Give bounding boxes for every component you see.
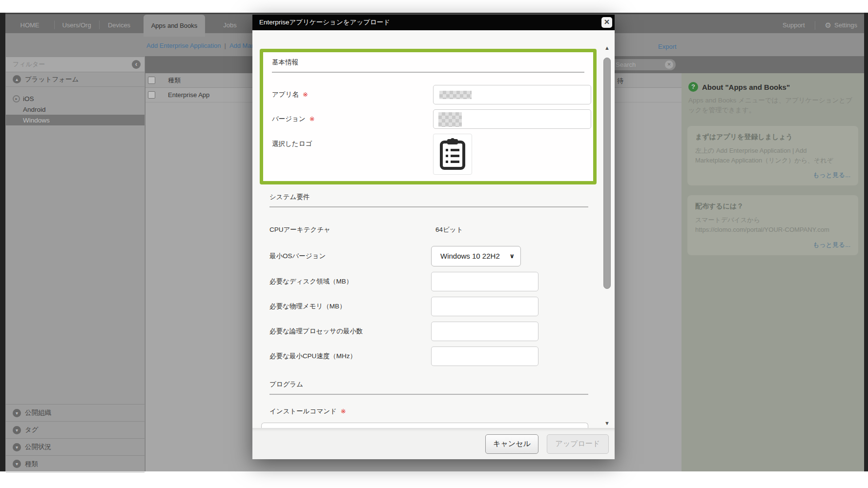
required-mark: ※ — [341, 407, 346, 415]
version-label: バージョン※ — [272, 115, 433, 123]
cpu-arch-row: CPUアーキテクチャ 64ビット — [269, 225, 588, 234]
scroll-up-icon[interactable]: ▲ — [603, 45, 611, 51]
section-rule — [269, 394, 588, 395]
modal-title: Enterpriseアプリケーションをアップロード — [259, 19, 390, 26]
min-os-select[interactable]: Windows 10 22H2 ∨ — [431, 246, 521, 266]
min-os-label: 最小OSバージョン — [269, 252, 431, 261]
memory-input[interactable] — [431, 297, 538, 316]
memory-row: 必要な物理メモリ（MB） — [269, 297, 588, 316]
modal-body: 基本情報 アプリ名※ バージョン※ 選択したロゴ — [252, 30, 615, 428]
version-input[interactable] — [433, 109, 591, 129]
logo-row: 選択したロゴ — [272, 134, 592, 175]
logical-proc-input[interactable] — [431, 322, 538, 341]
cpu-speed-label: 必要な最小CPU速度（MHz） — [269, 352, 431, 361]
app-name-row: アプリ名※ — [272, 85, 592, 104]
cpu-speed-row: 必要な最小CPU速度（MHz） — [269, 346, 588, 366]
system-requirements-heading: システム要件 — [269, 193, 588, 202]
modal-sections: システム要件 CPUアーキテクチャ 64ビット 最小OSバージョン Window… — [252, 184, 615, 416]
memory-label: 必要な物理メモリ（MB） — [269, 302, 431, 311]
selected-logo-preview — [433, 134, 472, 175]
install-command-textarea[interactable] — [261, 423, 588, 428]
upload-enterprise-app-modal: Enterpriseアプリケーションをアップロード × 基本情報 アプリ名※ バ… — [252, 15, 615, 459]
required-mark: ※ — [310, 115, 315, 122]
basic-info-heading: 基本情報 — [272, 58, 592, 67]
app-name-input[interactable] — [433, 85, 591, 104]
redacted-value — [438, 112, 462, 127]
section-rule — [269, 206, 588, 207]
modal-footer: キャンセル アップロード — [252, 428, 615, 459]
clipboard-icon — [439, 138, 466, 170]
cpu-arch-value: 64ビット — [435, 225, 463, 234]
basic-info-highlight-box: 基本情報 アプリ名※ バージョン※ 選択したロゴ — [260, 49, 597, 184]
install-command-row: インストールコマンド※ — [269, 407, 588, 416]
selected-logo-label: 選択したロゴ — [272, 140, 433, 148]
redacted-value — [439, 91, 472, 99]
section-rule — [272, 72, 584, 73]
label-text: インストールコマンド — [269, 407, 337, 415]
cancel-button[interactable]: キャンセル — [485, 434, 538, 454]
upload-button[interactable]: アップロード — [547, 434, 609, 454]
min-os-selected-value: Windows 10 22H2 — [440, 252, 500, 260]
min-os-row: 最小OSバージョン Windows 10 22H2 ∨ — [269, 246, 588, 266]
chevron-down-icon: ∨ — [509, 246, 515, 266]
scrollbar-thumb[interactable] — [603, 58, 611, 289]
label-text: バージョン — [272, 115, 306, 122]
logical-proc-label: 必要な論理プロセッサの最小数 — [269, 327, 431, 336]
version-row: バージョン※ — [272, 109, 592, 129]
required-mark: ※ — [303, 91, 308, 98]
logical-proc-row: 必要な論理プロセッサの最小数 — [269, 322, 588, 341]
label-text: 選択したロゴ — [272, 140, 312, 147]
disk-input[interactable] — [431, 272, 538, 291]
disk-label: 必要なディスク領域（MB） — [269, 277, 431, 286]
modal-scrollbar: ▲ ▼ — [603, 45, 611, 426]
disk-row: 必要なディスク領域（MB） — [269, 272, 588, 291]
cpu-speed-input[interactable] — [431, 346, 538, 366]
cpu-arch-label: CPUアーキテクチャ — [269, 225, 431, 234]
page: HOME Users/Org Devices Apps and Books Jo… — [0, 0, 868, 488]
label-text: アプリ名 — [272, 91, 299, 98]
install-command-label: インストールコマンド※ — [269, 407, 431, 416]
program-heading: プログラム — [269, 380, 588, 389]
modal-header: Enterpriseアプリケーションをアップロード × — [252, 15, 615, 30]
close-icon[interactable]: × — [601, 17, 612, 28]
app-name-label: アプリ名※ — [272, 90, 433, 99]
scroll-down-icon[interactable]: ▼ — [603, 420, 611, 426]
